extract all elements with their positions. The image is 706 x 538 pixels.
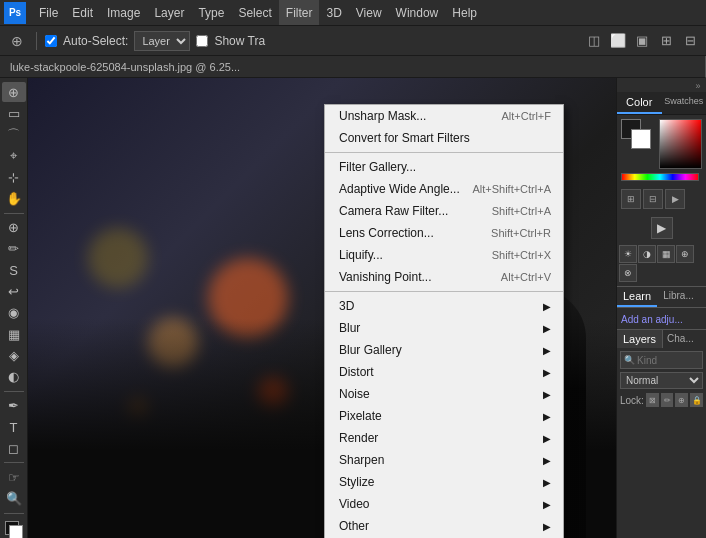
- hue-bar[interactable]: [621, 173, 699, 181]
- healing-btn[interactable]: ⊕: [2, 218, 26, 238]
- learn-section: Learn Libra... Add an adju...: [617, 286, 706, 327]
- layer-select[interactable]: Layer: [134, 31, 190, 51]
- menu-camera-raw[interactable]: Camera Raw Filter... Shift+Ctrl+A: [325, 200, 563, 222]
- menu-help[interactable]: Help: [445, 0, 484, 25]
- menu-3d[interactable]: 3D: [319, 0, 348, 25]
- add-adjustment-link[interactable]: Add an adju...: [617, 312, 706, 327]
- sep-2: [325, 291, 563, 292]
- blur-btn[interactable]: ◈: [2, 345, 26, 365]
- align-right-icon[interactable]: ▣: [632, 31, 652, 51]
- menu-sharpen[interactable]: Sharpen ▶: [325, 449, 563, 471]
- move-tool-btn[interactable]: ⊕: [2, 82, 26, 102]
- marquee-tool-btn[interactable]: ▭: [2, 103, 26, 123]
- menu-distort[interactable]: Distort ▶: [325, 361, 563, 383]
- tab-channels[interactable]: Cha...: [663, 330, 698, 348]
- eyedropper-btn[interactable]: ✋: [2, 188, 26, 208]
- layers-section: Layers Cha... 🔍 Normal Lock: ⊠ ✏ ⊕ 🔒: [617, 329, 706, 538]
- tab-library[interactable]: Libra...: [657, 287, 700, 307]
- menu-stylize[interactable]: Stylize ▶: [325, 471, 563, 493]
- menu-layer[interactable]: Layer: [147, 0, 191, 25]
- blend-mode-select[interactable]: Normal: [620, 372, 703, 389]
- arrange-icon[interactable]: ⊟: [680, 31, 700, 51]
- lock-image-btn[interactable]: ✏: [661, 393, 674, 407]
- menu-blur[interactable]: Blur ▶: [325, 317, 563, 339]
- panel-icon-1[interactable]: ⊞: [621, 189, 641, 209]
- layers-tabs-row: Layers Cha...: [617, 330, 706, 348]
- menu-view[interactable]: View: [349, 0, 389, 25]
- menu-render[interactable]: Render ▶: [325, 427, 563, 449]
- color-panel: [617, 115, 706, 185]
- eraser-btn[interactable]: ◉: [2, 303, 26, 323]
- tab-layers[interactable]: Layers: [617, 330, 663, 348]
- menu-pixelate[interactable]: Pixelate ▶: [325, 405, 563, 427]
- clone-btn[interactable]: S: [2, 260, 26, 280]
- object-select-btn[interactable]: ⌖: [2, 146, 26, 166]
- menu-liquify[interactable]: Liquify... Shift+Ctrl+X: [325, 244, 563, 266]
- menu-type[interactable]: Type: [191, 0, 231, 25]
- layers-search-input[interactable]: [637, 355, 699, 366]
- learn-tabs: Learn Libra...: [617, 287, 706, 308]
- menu-unsharp-mask[interactable]: Unsharp Mask... Alt+Ctrl+F: [325, 105, 563, 127]
- background-color[interactable]: [631, 129, 651, 149]
- panel-icon-2[interactable]: ⊟: [643, 189, 663, 209]
- right-icons: ◫ ⬜ ▣ ⊞ ⊟: [584, 31, 700, 51]
- crop-tool-btn[interactable]: ⊹: [2, 167, 26, 187]
- menu-select[interactable]: Select: [231, 0, 278, 25]
- menu-adaptive-wide[interactable]: Adaptive Wide Angle... Alt+Shift+Ctrl+A: [325, 178, 563, 200]
- menu-edit[interactable]: Edit: [65, 0, 100, 25]
- menu-window[interactable]: Window: [389, 0, 446, 25]
- menu-convert-smart[interactable]: Convert for Smart Filters: [325, 127, 563, 149]
- menu-3d[interactable]: 3D ▶: [325, 295, 563, 317]
- adj-icon-5[interactable]: ⊗: [619, 264, 637, 282]
- adj-icon-4[interactable]: ⊕: [676, 245, 694, 263]
- tab-color[interactable]: Color: [617, 92, 662, 114]
- collapse-panel-btn[interactable]: »: [692, 80, 704, 92]
- menu-video[interactable]: Video ▶: [325, 493, 563, 515]
- lock-all-btn[interactable]: 🔒: [690, 393, 703, 407]
- autoselectcheckbox[interactable]: [45, 35, 57, 47]
- move-tool-icon: ⊕: [6, 30, 28, 52]
- lasso-tool-btn[interactable]: ⌒: [2, 125, 26, 145]
- fg-color-btn[interactable]: [2, 518, 26, 538]
- pen-btn[interactable]: ✒: [2, 396, 26, 416]
- file-tab[interactable]: luke-stackpoole-625084-unsplash.jpg @ 6.…: [0, 56, 706, 78]
- tool-sep-3: [4, 462, 24, 463]
- autoselect-label: Auto-Select:: [63, 34, 128, 48]
- zoom-btn[interactable]: 🔍: [2, 489, 26, 509]
- lock-position-btn[interactable]: ⊕: [675, 393, 688, 407]
- align-center-icon[interactable]: ⬜: [608, 31, 628, 51]
- adj-icon-3[interactable]: ▦: [657, 245, 675, 263]
- distribute-icon[interactable]: ⊞: [656, 31, 676, 51]
- menu-vanishing-point[interactable]: Vanishing Point... Alt+Ctrl+V: [325, 266, 563, 288]
- color-picker-gradient[interactable]: [659, 119, 702, 169]
- brush-btn[interactable]: ✏: [2, 239, 26, 259]
- lock-row: Lock: ⊠ ✏ ⊕ 🔒: [617, 391, 706, 409]
- shape-btn[interactable]: ◻: [2, 438, 26, 458]
- hand-btn[interactable]: ☞: [2, 467, 26, 487]
- history-btn[interactable]: ↩: [2, 281, 26, 301]
- adj-icon-1[interactable]: ☀: [619, 245, 637, 263]
- gradient-btn[interactable]: ▦: [2, 324, 26, 344]
- menu-other[interactable]: Other ▶: [325, 515, 563, 537]
- menu-lens-correction[interactable]: Lens Correction... Shift+Ctrl+R: [325, 222, 563, 244]
- tab-learn[interactable]: Learn: [617, 287, 657, 307]
- dodge-btn[interactable]: ◐: [2, 367, 26, 387]
- play-button[interactable]: ▶: [651, 217, 673, 239]
- menu-noise[interactable]: Noise ▶: [325, 383, 563, 405]
- align-left-icon[interactable]: ◫: [584, 31, 604, 51]
- menu-image[interactable]: Image: [100, 0, 147, 25]
- panel-icon-3[interactable]: ▶: [665, 189, 685, 209]
- type-btn[interactable]: T: [2, 417, 26, 437]
- menu-filter-gallery[interactable]: Filter Gallery...: [325, 156, 563, 178]
- adj-icon-2[interactable]: ◑: [638, 245, 656, 263]
- separator-1: [36, 32, 37, 50]
- app-logo: Ps: [4, 2, 26, 24]
- tab-swatches[interactable]: Swatches: [662, 92, 707, 114]
- menu-filter[interactable]: Filter: [279, 0, 320, 25]
- showtransform-checkbox[interactable]: [196, 35, 208, 47]
- lock-transparency-btn[interactable]: ⊠: [646, 393, 659, 407]
- options-bar: ⊕ Auto-Select: Layer Show Tra ◫ ⬜ ▣ ⊞ ⊟: [0, 26, 706, 56]
- menu-blur-gallery[interactable]: Blur Gallery ▶: [325, 339, 563, 361]
- tool-sep-4: [4, 513, 24, 514]
- menu-file[interactable]: File: [32, 0, 65, 25]
